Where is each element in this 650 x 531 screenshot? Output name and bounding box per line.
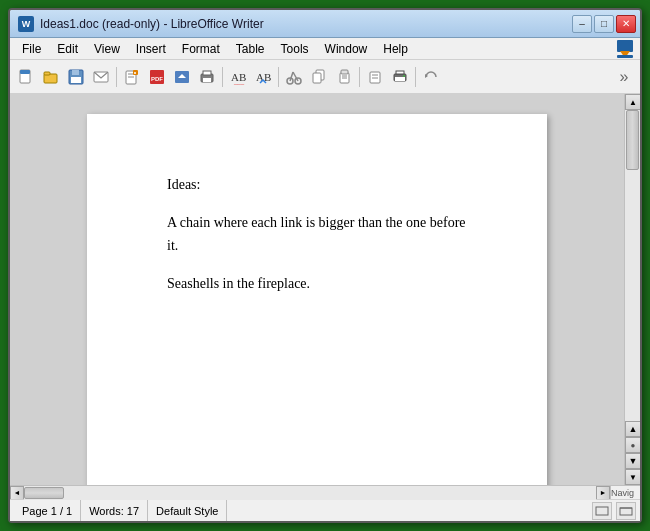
autocorrect-button[interactable]: AB (251, 65, 275, 89)
status-view-normal[interactable] (592, 502, 612, 520)
svg-rect-41 (396, 71, 404, 74)
edit-button[interactable] (120, 65, 144, 89)
toolbar-end: » (612, 65, 636, 89)
toolbar-sep-5 (415, 67, 416, 87)
vertical-scrollbar: ▲ ▲ ● ▼ ▼ (624, 94, 640, 485)
svg-point-43 (403, 75, 405, 77)
document-page: Ideas: A chain where each link is bigger… (87, 114, 547, 485)
svg-rect-6 (44, 72, 50, 75)
style-info: Default Style (148, 500, 227, 521)
toolbar: PDF AB___ AB (10, 60, 640, 94)
save-button[interactable] (64, 65, 88, 89)
svg-rect-4 (20, 70, 30, 74)
svg-rect-23 (203, 78, 211, 82)
email-button[interactable] (89, 65, 113, 89)
scroll-down-button[interactable]: ▼ (625, 469, 640, 485)
new-button[interactable] (14, 65, 38, 89)
scroll-page-down-button[interactable]: ▼ (625, 453, 640, 469)
horizontal-scrollbar: ◄ ► Navig (10, 485, 640, 499)
title-bar-left: W Ideas1.doc (read-only) - LibreOffice W… (18, 16, 264, 32)
pdf-button[interactable]: PDF (145, 65, 169, 89)
scroll-page-up-button[interactable]: ▲ (625, 421, 640, 437)
open-button[interactable] (39, 65, 63, 89)
toolbar-sep-1 (116, 67, 117, 87)
menu-insert[interactable]: Insert (128, 40, 174, 58)
status-bar: Page 1 / 1 Words: 17 Default Style (10, 499, 640, 521)
menu-table[interactable]: Table (228, 40, 273, 58)
svg-rect-46 (620, 508, 632, 515)
h-scroll-track[interactable] (24, 486, 596, 500)
window-title: Ideas1.doc (read-only) - LibreOffice Wri… (40, 17, 264, 31)
menu-edit[interactable]: Edit (49, 40, 86, 58)
print2-button[interactable] (388, 65, 412, 89)
toolbar-more-button[interactable]: » (612, 65, 636, 89)
scroll-nav-buttons: ▲ ● ▼ ▼ (625, 421, 640, 485)
document-content: Ideas: A chain where each link is bigger… (167, 174, 467, 296)
paste-special-button[interactable] (363, 65, 387, 89)
title-bar: W Ideas1.doc (read-only) - LibreOffice W… (10, 10, 640, 38)
svg-rect-2 (617, 55, 633, 58)
navigator-button[interactable]: Navig (610, 486, 640, 500)
menu-tools[interactable]: Tools (273, 40, 317, 58)
status-right (592, 502, 636, 520)
scroll-left-button[interactable]: ◄ (10, 486, 24, 500)
svg-text:___: ___ (233, 79, 245, 85)
maximize-button[interactable]: □ (594, 15, 614, 33)
toolbar-sep-2 (222, 67, 223, 87)
status-view-web[interactable] (616, 502, 636, 520)
paste-button[interactable] (332, 65, 356, 89)
undo-button[interactable] (419, 65, 443, 89)
toolbar-sep-3 (278, 67, 279, 87)
doc-line-2: A chain where each link is bigger than t… (167, 212, 467, 257)
scroll-thumb[interactable] (626, 110, 639, 170)
svg-rect-42 (395, 77, 405, 81)
copy-button[interactable] (307, 65, 331, 89)
menu-view[interactable]: View (86, 40, 128, 58)
title-buttons: – □ ✕ (572, 15, 636, 33)
doc-line-3: Seashells in the fireplace. (167, 273, 467, 295)
menu-window[interactable]: Window (317, 40, 376, 58)
export-button[interactable] (170, 65, 194, 89)
h-scroll-thumb[interactable] (24, 487, 64, 499)
svg-rect-9 (71, 77, 81, 83)
menu-help[interactable]: Help (375, 40, 416, 58)
menu-file[interactable]: File (14, 40, 49, 58)
menu-bar: File Edit View Insert Format Table Tools… (10, 38, 640, 60)
cut-button[interactable] (282, 65, 306, 89)
download-icon[interactable] (614, 38, 636, 60)
main-window: W Ideas1.doc (read-only) - LibreOffice W… (8, 8, 642, 523)
svg-rect-0 (617, 40, 633, 52)
svg-rect-8 (72, 70, 79, 75)
page-info: Page 1 / 1 (14, 500, 81, 521)
menu-bar-end (614, 38, 636, 60)
word-count: Words: 17 (81, 500, 148, 521)
scroll-right-button[interactable]: ► (596, 486, 610, 500)
print-button[interactable] (195, 65, 219, 89)
doc-line-1: Ideas: (167, 174, 467, 196)
svg-text:PDF: PDF (151, 76, 163, 82)
document-scroll-area: Ideas: A chain where each link is bigger… (10, 94, 624, 485)
svg-rect-34 (341, 70, 348, 74)
svg-rect-45 (596, 507, 608, 515)
scroll-up-button[interactable]: ▲ (625, 94, 640, 110)
scroll-track[interactable] (625, 110, 640, 421)
menu-format[interactable]: Format (174, 40, 228, 58)
app-icon: W (18, 16, 34, 32)
spellcheck-button[interactable]: AB___ (226, 65, 250, 89)
toolbar-sep-4 (359, 67, 360, 87)
svg-rect-22 (203, 71, 211, 75)
document-container: Ideas: A chain where each link is bigger… (10, 94, 640, 485)
svg-rect-32 (313, 73, 321, 83)
close-button[interactable]: ✕ (616, 15, 636, 33)
minimize-button[interactable]: – (572, 15, 592, 33)
scroll-dot-button[interactable]: ● (625, 437, 640, 453)
